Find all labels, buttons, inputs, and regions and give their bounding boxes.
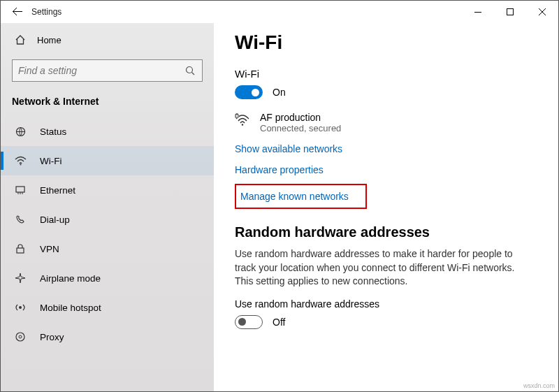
window-title: Settings bbox=[31, 7, 61, 17]
random-toggle-label: Use random hardware addresses bbox=[235, 298, 537, 310]
sidebar: Home Network & Internet Status Wi-Fi Eth… bbox=[1, 23, 214, 391]
random-toggle[interactable] bbox=[235, 315, 263, 329]
link-show-networks[interactable]: Show available networks bbox=[235, 143, 537, 154]
search-icon bbox=[185, 66, 196, 75]
wifi-icon bbox=[15, 156, 27, 166]
nav-label: Wi-Fi bbox=[40, 156, 61, 166]
nav-vpn[interactable]: VPN bbox=[1, 234, 214, 263]
vpn-icon bbox=[15, 243, 27, 254]
svg-point-15 bbox=[16, 333, 24, 341]
svg-point-17 bbox=[242, 124, 243, 125]
nav-proxy[interactable]: Proxy bbox=[1, 322, 214, 351]
svg-rect-0 bbox=[474, 12, 481, 13]
nav-label: Dial-up bbox=[40, 215, 70, 225]
svg-rect-9 bbox=[16, 187, 24, 192]
nav-hotspot[interactable]: Mobile hotspot bbox=[1, 293, 214, 322]
main-panel: Wi-Fi Wi-Fi On AF production Connected, … bbox=[214, 23, 558, 391]
highlight-box: Manage known networks bbox=[235, 184, 367, 209]
minimize-icon bbox=[474, 12, 481, 13]
nav-status[interactable]: Status bbox=[1, 117, 214, 146]
maximize-icon bbox=[507, 8, 514, 15]
svg-rect-13 bbox=[17, 248, 24, 253]
nav-label: VPN bbox=[40, 244, 59, 254]
network-name: AF production bbox=[260, 112, 341, 123]
wifi-toggle[interactable] bbox=[235, 85, 263, 99]
wifi-toggle-label: On bbox=[273, 87, 286, 98]
title-bar: 🡠 Settings bbox=[1, 1, 558, 23]
nav-label: Ethernet bbox=[40, 185, 75, 196]
nav-airplane[interactable]: Airplane mode bbox=[1, 263, 214, 293]
svg-line-5 bbox=[192, 73, 195, 75]
minimize-button[interactable] bbox=[462, 1, 494, 23]
close-icon bbox=[539, 8, 546, 15]
nav-label: Airplane mode bbox=[40, 273, 101, 284]
svg-point-4 bbox=[187, 67, 193, 73]
svg-point-16 bbox=[19, 335, 22, 338]
home-icon bbox=[15, 34, 26, 45]
section-header: Network & Internet bbox=[1, 92, 214, 117]
svg-point-14 bbox=[19, 306, 22, 309]
maximize-button[interactable] bbox=[494, 1, 526, 23]
link-manage-networks[interactable]: Manage known networks bbox=[240, 191, 349, 202]
nav-label: Mobile hotspot bbox=[40, 303, 101, 313]
page-heading: Wi-Fi bbox=[235, 31, 537, 54]
random-toggle-state: Off bbox=[273, 317, 285, 328]
random-description: Use random hardware addresses to make it… bbox=[235, 247, 528, 289]
network-status: Connected, secured bbox=[260, 123, 341, 133]
nav-label: Proxy bbox=[40, 332, 64, 342]
wifi-section-label: Wi-Fi bbox=[235, 68, 537, 80]
svg-rect-1 bbox=[507, 9, 514, 15]
status-icon bbox=[15, 126, 27, 138]
link-hardware-properties[interactable]: Hardware properties bbox=[235, 164, 537, 175]
current-network[interactable]: AF production Connected, secured bbox=[235, 112, 537, 133]
dialup-icon bbox=[15, 214, 27, 225]
home-label: Home bbox=[37, 35, 61, 45]
close-button[interactable] bbox=[526, 1, 558, 23]
back-button[interactable]: 🡠 bbox=[6, 6, 31, 18]
proxy-icon bbox=[15, 331, 27, 342]
nav-label: Status bbox=[40, 126, 66, 137]
nav-dialup[interactable]: Dial-up bbox=[1, 205, 214, 234]
search-box[interactable] bbox=[12, 59, 203, 82]
attribution: wsxdn.com bbox=[523, 382, 555, 389]
hotspot-icon bbox=[15, 302, 27, 313]
nav-wifi[interactable]: Wi-Fi bbox=[1, 146, 214, 175]
svg-point-8 bbox=[20, 164, 22, 166]
search-input[interactable] bbox=[18, 65, 185, 76]
home-nav[interactable]: Home bbox=[1, 26, 214, 54]
nav-ethernet[interactable]: Ethernet bbox=[1, 175, 214, 205]
wifi-secured-icon bbox=[235, 112, 250, 127]
airplane-icon bbox=[15, 273, 27, 284]
ethernet-icon bbox=[15, 185, 27, 195]
random-heading: Random hardware addresses bbox=[235, 224, 537, 240]
